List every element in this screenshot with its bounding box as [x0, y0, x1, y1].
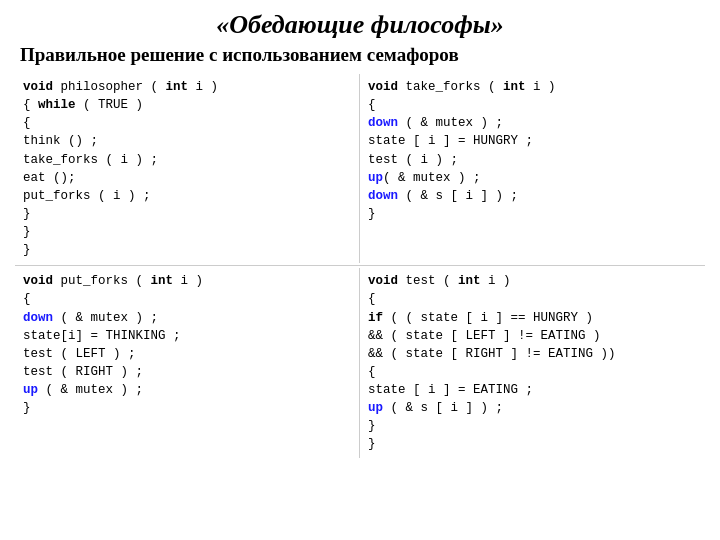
code-block-top-left: void philosopher ( int i ){ while ( TRUE… [15, 74, 360, 263]
code-text: state [ i ] = HUNGRY ; [368, 134, 533, 148]
code-line: void philosopher ( int i ) [23, 78, 351, 96]
code-line: state [ i ] = EATING ; [368, 381, 697, 399]
code-line: && ( state [ LEFT ] != EATING ) [368, 327, 697, 345]
code-line: { [368, 290, 697, 308]
code-line: eat (); [23, 169, 351, 187]
keyword: void [23, 80, 53, 94]
code-line: void test ( int i ) [368, 272, 697, 290]
code-line: } [368, 417, 697, 435]
code-line: { [368, 96, 697, 114]
highlight-keyword: down [368, 116, 398, 130]
code-text: test ( i ) ; [368, 153, 458, 167]
code-text: test ( [398, 274, 458, 288]
code-text: state [ i ] = EATING ; [368, 383, 533, 397]
code-text: } [23, 401, 31, 415]
code-line: up( & mutex ) ; [368, 169, 697, 187]
highlight-keyword: down [23, 311, 53, 325]
code-text: think () ; [23, 134, 98, 148]
code-line: take_forks ( i ) ; [23, 151, 351, 169]
code-text: state[i] = THINKING ; [23, 329, 181, 343]
code-text: } [368, 437, 376, 451]
code-text: put_forks ( i ) ; [23, 189, 151, 203]
code-line: down ( & s [ i ] ) ; [368, 187, 697, 205]
code-text: i ) [173, 274, 203, 288]
code-block-top-right: void take_forks ( int i ){ down ( & mute… [360, 74, 705, 263]
code-text: eat (); [23, 171, 76, 185]
code-text: ( & mutex ) ; [53, 311, 158, 325]
code-text: ( TRUE ) [76, 98, 144, 112]
code-line: } [368, 205, 697, 223]
code-line: put_forks ( i ) ; [23, 187, 351, 205]
code-line: down ( & mutex ) ; [368, 114, 697, 132]
code-line: void put_forks ( int i ) [23, 272, 351, 290]
code-text: take_forks ( [398, 80, 503, 94]
highlight-keyword: down [368, 189, 398, 203]
code-line: { [368, 363, 697, 381]
code-text: ( ( state [ i ] == HUNGRY ) [383, 311, 593, 325]
page: «Обедающие философы» Правильное решение … [0, 0, 720, 540]
code-text: } [368, 207, 376, 221]
code-block-bottom-right: void test ( int i ){ if ( ( state [ i ] … [360, 268, 705, 457]
code-text: { [23, 116, 31, 130]
keyword: if [368, 311, 383, 325]
code-area: void philosopher ( int i ){ while ( TRUE… [15, 74, 705, 458]
keyword: void [23, 274, 53, 288]
code-line: up ( & mutex ) ; [23, 381, 351, 399]
page-title: «Обедающие философы» [15, 10, 705, 40]
code-text: && ( state [ LEFT ] != EATING ) [368, 329, 601, 343]
code-text: { [368, 365, 376, 379]
code-text: ( & mutex ) ; [383, 171, 481, 185]
highlight-keyword: up [368, 171, 383, 185]
code-line: && ( state [ RIGHT ] != EATING )) [368, 345, 697, 363]
keyword: int [166, 80, 189, 94]
highlight-keyword: up [368, 401, 383, 415]
code-text: i ) [481, 274, 511, 288]
code-line: if ( ( state [ i ] == HUNGRY ) [368, 309, 697, 327]
code-text: } [368, 419, 376, 433]
code-text: i ) [526, 80, 556, 94]
code-text: ( & s [ i ] ) ; [383, 401, 503, 415]
code-line: test ( RIGHT ) ; [23, 363, 351, 381]
code-text: ( & mutex ) ; [398, 116, 503, 130]
horizontal-divider [15, 265, 705, 266]
code-line: state[i] = THINKING ; [23, 327, 351, 345]
code-text: } [23, 225, 31, 239]
code-text: && ( state [ RIGHT ] != EATING )) [368, 347, 616, 361]
code-text: ( & s [ i ] ) ; [398, 189, 518, 203]
page-subtitle: Правильное решение с использованием сема… [15, 44, 705, 66]
code-text: test ( RIGHT ) ; [23, 365, 143, 379]
code-text: } [23, 243, 31, 257]
code-line: { [23, 114, 351, 132]
highlight-keyword: up [23, 383, 38, 397]
keyword: while [38, 98, 76, 112]
code-block-bottom-left: void put_forks ( int i ){ down ( & mutex… [15, 268, 360, 457]
keyword: int [151, 274, 174, 288]
code-text: i ) [188, 80, 218, 94]
code-text: put_forks ( [53, 274, 151, 288]
code-text: { [368, 292, 376, 306]
code-text: ( & mutex ) ; [38, 383, 143, 397]
code-line: test ( i ) ; [368, 151, 697, 169]
code-line: } [23, 399, 351, 417]
code-text: } [23, 207, 31, 221]
code-line: think () ; [23, 132, 351, 150]
code-line: void take_forks ( int i ) [368, 78, 697, 96]
code-line: } [368, 435, 697, 453]
keyword: int [458, 274, 481, 288]
code-line: { while ( TRUE ) [23, 96, 351, 114]
code-text: philosopher ( [53, 80, 166, 94]
code-text: take_forks ( i ) ; [23, 153, 158, 167]
code-text: { [23, 98, 38, 112]
keyword: void [368, 80, 398, 94]
code-text: test ( LEFT ) ; [23, 347, 136, 361]
code-line: state [ i ] = HUNGRY ; [368, 132, 697, 150]
code-line: down ( & mutex ) ; [23, 309, 351, 327]
code-line: } [23, 205, 351, 223]
code-text: { [23, 292, 31, 306]
code-line: } [23, 241, 351, 259]
code-text: { [368, 98, 376, 112]
keyword: void [368, 274, 398, 288]
keyword: int [503, 80, 526, 94]
code-line: up ( & s [ i ] ) ; [368, 399, 697, 417]
code-line: test ( LEFT ) ; [23, 345, 351, 363]
